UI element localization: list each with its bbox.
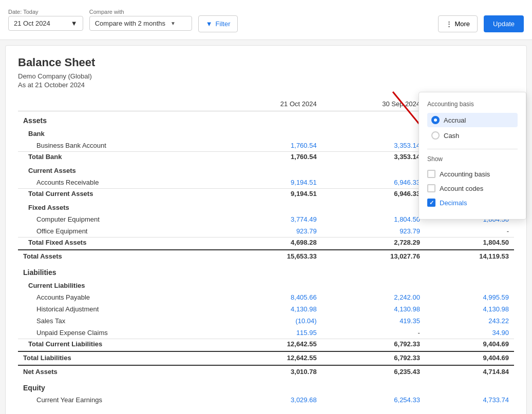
total-current-assets-label: Total Current Assets: [18, 189, 222, 201]
more-button[interactable]: ⋮ More: [438, 15, 478, 32]
cash-radio[interactable]: [431, 131, 440, 140]
total-fixed-assets-row: Total Fixed Assets 4,698.28 2,728.29 1,8…: [18, 238, 514, 250]
business-bank-col1[interactable]: 1,760.54: [222, 140, 322, 152]
historical-adjustment-col3[interactable]: 4,130.98: [425, 303, 514, 315]
main-content: Balance Sheet Demo Company (Global) As a…: [5, 45, 527, 414]
total-current-liabilities-col1: 12,642.55: [222, 339, 322, 352]
business-bank-label: Business Bank Account: [18, 140, 222, 152]
computer-equipment-label: Computer Equipment: [18, 213, 222, 225]
total-current-assets-col2: 6,946.33: [322, 189, 425, 201]
decimals-checkbox[interactable]: [427, 199, 435, 207]
col1-header: 21 Oct 2024: [222, 97, 322, 111]
cash-label: Cash: [444, 132, 459, 140]
current-year-earnings-col1[interactable]: 3,029.68: [222, 394, 322, 406]
filter-icon: ▼: [206, 20, 213, 28]
office-equipment-col2[interactable]: 923.79: [322, 225, 425, 238]
chevron-down-icon: ▼: [71, 19, 78, 27]
accrual-label: Accrual: [444, 116, 466, 124]
date-group: Date: Today 21 Oct 2024 ▼: [8, 9, 83, 31]
unpaid-expense-col3[interactable]: 34.90: [425, 327, 514, 339]
accounts-receivable-label: Accounts Receivable: [18, 176, 222, 189]
account-codes-checkbox-option[interactable]: Account codes: [427, 182, 518, 194]
date-label: Date: Today: [8, 9, 83, 15]
accrual-option[interactable]: Accrual: [427, 113, 518, 127]
date-picker[interactable]: 21 Oct 2024 ▼: [8, 16, 83, 31]
account-codes-checkbox[interactable]: [427, 184, 435, 192]
current-year-earnings-col2[interactable]: 6,254.33: [322, 394, 425, 406]
compare-picker[interactable]: Compare with 2 months ▼: [89, 16, 192, 31]
total-fixed-assets-col3: 1,804.50: [425, 238, 514, 250]
decimals-cb-label: Decimals: [440, 199, 467, 207]
current-year-earnings-label: Current Year Earnings: [18, 394, 222, 406]
as-at-date: As at 21 October 2024: [18, 81, 514, 89]
historical-adjustment-col2[interactable]: 4,130.98: [322, 303, 425, 315]
total-current-liabilities-row: Total Current Liabilities 12,642.55 6,79…: [18, 339, 514, 352]
sales-tax-col2[interactable]: 419.35: [322, 315, 425, 327]
office-equipment-label: Office Equipment: [18, 225, 222, 238]
accounting-basis-checkbox-option[interactable]: Accounting basis: [427, 168, 518, 180]
accounts-receivable-col2[interactable]: 6,946.33: [322, 176, 425, 189]
sales-tax-col1[interactable]: (10.04): [222, 315, 322, 327]
decimals-checkbox-option[interactable]: Decimals: [427, 196, 518, 209]
company-name: Demo Company (Global): [18, 72, 514, 80]
historical-adjustment-col1[interactable]: 4,130.98: [222, 303, 322, 315]
net-assets-label: Net Assets: [18, 365, 222, 379]
accounts-receivable-col1[interactable]: 9,194.51: [222, 176, 322, 189]
total-current-liabilities-col3: 9,404.69: [425, 339, 514, 352]
net-assets-row: Net Assets 3,010.78 6,235.43 4,714.84: [18, 365, 514, 379]
accounts-payable-col3[interactable]: 4,995.59: [425, 291, 514, 303]
account-codes-cb-label: Account codes: [440, 185, 483, 192]
compare-value: Compare with 2 months: [95, 19, 165, 27]
total-liabilities-label: Total Liabilities: [18, 351, 222, 365]
total-liabilities-row: Total Liabilities 12,642.55 6,792.33 9,4…: [18, 351, 514, 365]
net-assets-col2: 6,235.43: [322, 365, 425, 379]
unpaid-expense-label: Unpaid Expense Claims: [18, 327, 222, 339]
accounts-payable-label: Accounts Payable: [18, 291, 222, 303]
total-bank-col1: 1,760.54: [222, 152, 322, 164]
liabilities-label: Liabilities: [18, 263, 514, 279]
date-value: 21 Oct 2024: [14, 19, 50, 27]
sales-tax-col3[interactable]: 243.22: [425, 315, 514, 327]
col-label-header: [18, 97, 222, 111]
total-fixed-assets-col1: 4,698.28: [222, 238, 322, 250]
table-row: Office Equipment 923.79 923.79 -: [18, 225, 514, 238]
unpaid-expense-col1[interactable]: 115.95: [222, 327, 322, 339]
dots-icon: ⋮: [446, 20, 452, 28]
accounting-basis-title: Accounting basis: [427, 101, 518, 108]
table-row: Sales Tax (10.04) 419.35 243.22: [18, 315, 514, 327]
cash-option[interactable]: Cash: [427, 128, 518, 143]
total-bank-col2: 3,353.14: [322, 152, 425, 164]
total-fixed-assets-label: Total Fixed Assets: [18, 238, 222, 250]
col2-header: 30 Sep 2024: [322, 97, 425, 111]
more-label: More: [454, 20, 470, 28]
office-equipment-col1[interactable]: 923.79: [222, 225, 322, 238]
computer-equipment-col1[interactable]: 3,774.49: [222, 213, 322, 225]
total-current-liabilities-label: Total Current Liabilities: [18, 339, 222, 352]
table-row: Accounts Payable 8,405.66 2,242.00 4,995…: [18, 291, 514, 303]
update-button[interactable]: Update: [484, 15, 524, 32]
update-label: Update: [493, 20, 515, 28]
accounts-payable-col1[interactable]: 8,405.66: [222, 291, 322, 303]
total-assets-col2: 13,027.76: [322, 250, 425, 263]
total-fixed-assets-col2: 2,728.29: [322, 238, 425, 250]
total-assets-label: Total Assets: [18, 250, 222, 263]
current-year-earnings-col3[interactable]: 4,733.74: [425, 394, 514, 406]
unpaid-expense-col2: -: [322, 327, 425, 339]
equity-label: Equity: [18, 379, 514, 394]
accounts-payable-col2[interactable]: 2,242.00: [322, 291, 425, 303]
table-row: Unpaid Expense Claims 115.95 - 34.90: [18, 327, 514, 339]
total-bank-label: Total Bank: [18, 152, 222, 164]
computer-equipment-col2[interactable]: 1,804.50: [322, 213, 425, 225]
net-assets-col3: 4,714.84: [425, 365, 514, 379]
table-row: Historical Adjustment 4,130.98 4,130.98 …: [18, 303, 514, 315]
chevron-down-icon-compare: ▼: [170, 21, 176, 26]
compare-group: Compare with Compare with 2 months ▼: [89, 9, 192, 31]
filter-button[interactable]: ▼ Filter: [198, 15, 238, 32]
accrual-radio[interactable]: [431, 116, 440, 124]
accounting-basis-checkbox[interactable]: [427, 170, 435, 178]
business-bank-col2[interactable]: 3,353.14: [322, 140, 425, 152]
accounting-basis-cb-label: Accounting basis: [440, 170, 490, 178]
historical-adjustment-label: Historical Adjustment: [18, 303, 222, 315]
total-liabilities-col1: 12,642.55: [222, 351, 322, 365]
report-title: Balance Sheet: [18, 56, 514, 69]
